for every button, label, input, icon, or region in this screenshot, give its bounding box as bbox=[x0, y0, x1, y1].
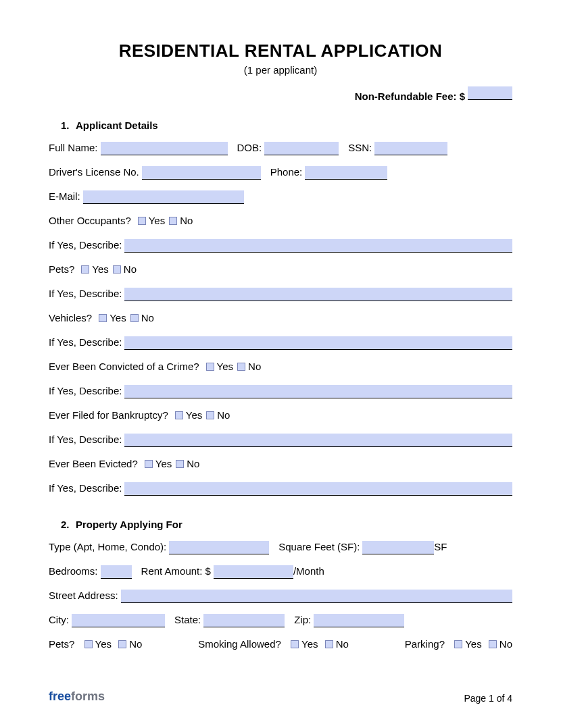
full-name-label: Full Name: bbox=[49, 140, 98, 155]
yes-label: Yes bbox=[465, 638, 481, 650]
sf-label: Square Feet (SF): bbox=[278, 540, 360, 554]
ssn-label: SSN: bbox=[348, 140, 372, 155]
bedrooms-label: Bedrooms: bbox=[49, 564, 98, 579]
page-number: Page 1 of 4 bbox=[464, 693, 512, 704]
street-label: Street Address: bbox=[49, 588, 118, 603]
pets2-label: Pets? bbox=[49, 638, 74, 650]
evicted-describe-input[interactable] bbox=[124, 482, 512, 496]
yes-label: Yes bbox=[109, 312, 126, 323]
section-2-title: Property Applying For bbox=[76, 519, 182, 530]
bankruptcy-label: Ever Filed for Bankruptcy? bbox=[49, 408, 168, 423]
email-input[interactable] bbox=[83, 190, 244, 204]
state-input[interactable] bbox=[203, 614, 285, 627]
crime-label: Ever Been Convicted of a Crime? bbox=[49, 359, 199, 374]
no-label: No bbox=[124, 263, 137, 275]
other-occupants-describe-input[interactable] bbox=[124, 239, 512, 253]
smoking-yes-checkbox[interactable] bbox=[291, 640, 299, 648]
other-occupants-label: Other Occupants? bbox=[49, 213, 131, 228]
type-label: Type (Apt, Home, Condo): bbox=[49, 540, 166, 554]
no-label: No bbox=[217, 409, 230, 421]
other-occupants-describe-label: If Yes, Describe: bbox=[49, 238, 122, 253]
bankruptcy-no-checkbox[interactable] bbox=[206, 411, 214, 419]
yes-label: Yes bbox=[155, 458, 172, 469]
city-label: City: bbox=[49, 613, 69, 627]
bankruptcy-describe-label: If Yes, Describe: bbox=[49, 432, 122, 447]
state-label: State: bbox=[174, 613, 201, 627]
other-occupants-no-checkbox[interactable] bbox=[169, 217, 177, 225]
street-input[interactable] bbox=[121, 590, 512, 603]
ssn-input[interactable] bbox=[374, 142, 447, 155]
zip-label: Zip: bbox=[294, 613, 311, 627]
fee-input[interactable] bbox=[468, 86, 512, 100]
dob-input[interactable] bbox=[264, 142, 339, 155]
type-input[interactable] bbox=[169, 541, 269, 554]
no-label: No bbox=[248, 361, 261, 372]
no-label: No bbox=[180, 215, 193, 226]
no-label: No bbox=[129, 638, 142, 650]
evicted-describe-label: If Yes, Describe: bbox=[49, 481, 122, 496]
fee-label: Non-Refundable Fee: $ bbox=[355, 90, 465, 102]
zip-input[interactable] bbox=[314, 614, 404, 627]
dob-label: DOB: bbox=[237, 140, 262, 155]
dl-label: Driver's License No. bbox=[49, 165, 139, 180]
form-subtitle: (1 per applicant) bbox=[49, 64, 512, 76]
crime-no-checkbox[interactable] bbox=[237, 363, 245, 371]
vehicles-yes-checkbox[interactable] bbox=[99, 314, 107, 322]
smoking-no-checkbox[interactable] bbox=[325, 640, 333, 648]
sf-suffix: SF bbox=[434, 540, 447, 554]
per-month-label: /Month bbox=[293, 564, 324, 579]
section-2-header: 2.Property Applying For bbox=[49, 519, 512, 530]
form-title: RESIDENTIAL RENTAL APPLICATION bbox=[49, 41, 512, 61]
pets-describe-input[interactable] bbox=[124, 288, 512, 301]
section-1-title: Applicant Details bbox=[76, 120, 158, 131]
rent-label: Rent Amount: $ bbox=[141, 564, 211, 579]
pets-label: Pets? bbox=[49, 262, 74, 277]
evicted-no-checkbox[interactable] bbox=[176, 460, 184, 468]
phone-label: Phone: bbox=[270, 165, 303, 180]
parking-yes-checkbox[interactable] bbox=[454, 640, 462, 648]
vehicles-describe-input[interactable] bbox=[124, 336, 512, 350]
vehicles-no-checkbox[interactable] bbox=[130, 314, 139, 322]
city-input[interactable] bbox=[72, 614, 165, 627]
logo: freeforms bbox=[49, 690, 105, 704]
crime-describe-label: If Yes, Describe: bbox=[49, 384, 122, 398]
crime-describe-input[interactable] bbox=[124, 385, 512, 398]
email-label: E-Mail: bbox=[49, 189, 80, 204]
pets2-yes-checkbox[interactable] bbox=[84, 640, 93, 648]
bedrooms-input[interactable] bbox=[101, 565, 132, 579]
section-2-num: 2. bbox=[61, 519, 76, 530]
sf-input[interactable] bbox=[362, 541, 434, 554]
vehicles-describe-label: If Yes, Describe: bbox=[49, 335, 122, 350]
section-1-num: 1. bbox=[61, 120, 76, 131]
crime-yes-checkbox[interactable] bbox=[206, 363, 214, 371]
logo-free: free bbox=[49, 690, 71, 703]
yes-label: Yes bbox=[92, 263, 108, 275]
yes-label: Yes bbox=[95, 638, 112, 650]
no-label: No bbox=[336, 638, 349, 650]
dl-input[interactable] bbox=[142, 166, 261, 180]
pets-describe-label: If Yes, Describe: bbox=[49, 286, 122, 301]
pets-no-checkbox[interactable] bbox=[113, 265, 121, 274]
no-label: No bbox=[141, 312, 154, 323]
yes-label: Yes bbox=[186, 409, 202, 421]
pets2-no-checkbox[interactable] bbox=[118, 640, 126, 648]
rent-input[interactable] bbox=[214, 565, 293, 579]
yes-label: Yes bbox=[149, 215, 165, 226]
full-name-input[interactable] bbox=[101, 142, 228, 155]
bankruptcy-yes-checkbox[interactable] bbox=[175, 411, 183, 419]
parking-label: Parking? bbox=[405, 638, 445, 650]
bankruptcy-describe-input[interactable] bbox=[124, 434, 512, 447]
no-label: No bbox=[187, 458, 199, 469]
vehicles-label: Vehicles? bbox=[49, 311, 92, 326]
pets-yes-checkbox[interactable] bbox=[81, 265, 89, 274]
section-1-header: 1.Applicant Details bbox=[49, 120, 512, 131]
yes-label: Yes bbox=[217, 361, 233, 372]
evicted-yes-checkbox[interactable] bbox=[145, 460, 153, 468]
logo-forms: forms bbox=[71, 690, 105, 703]
no-label: No bbox=[499, 638, 512, 650]
evicted-label: Ever Been Evicted? bbox=[49, 457, 138, 471]
yes-label: Yes bbox=[301, 638, 318, 650]
parking-no-checkbox[interactable] bbox=[489, 640, 497, 648]
phone-input[interactable] bbox=[305, 166, 387, 180]
other-occupants-yes-checkbox[interactable] bbox=[138, 217, 146, 225]
